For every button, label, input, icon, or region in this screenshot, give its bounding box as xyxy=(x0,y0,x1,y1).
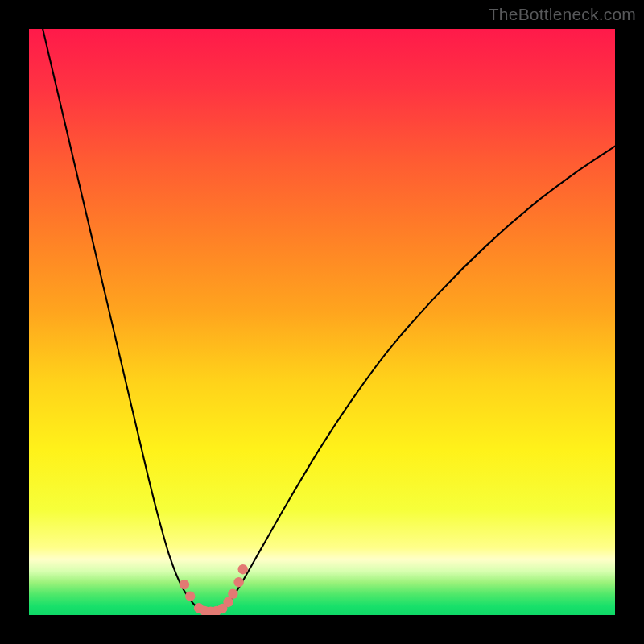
bottleneck-curve xyxy=(29,29,615,612)
marker-point xyxy=(228,589,237,599)
marker-point xyxy=(238,564,248,574)
chart-svg xyxy=(29,29,615,615)
marker-point xyxy=(233,577,243,587)
chart-frame: { "watermark": "TheBottleneck.com", "plo… xyxy=(0,0,644,644)
watermark-text: TheBottleneck.com xyxy=(489,5,636,24)
marker-point xyxy=(185,592,195,601)
plot-area xyxy=(29,29,615,615)
marker-point xyxy=(180,580,189,589)
